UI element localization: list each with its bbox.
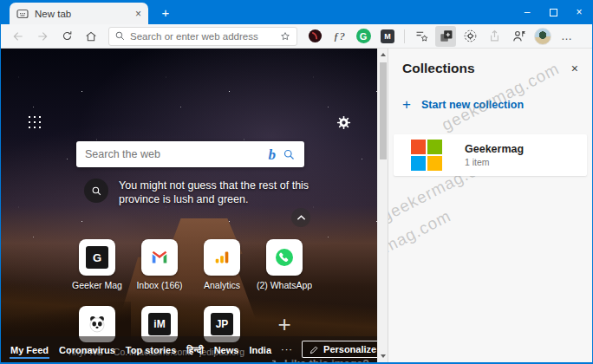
favorite-star-icon[interactable] <box>279 30 291 42</box>
collection-name: Geekermag <box>465 143 524 155</box>
collection-thumbnail-icon <box>411 140 442 171</box>
collection-item-geekermag[interactable]: Geekermag 1 item <box>394 134 587 176</box>
feed-tab-my-feed[interactable]: My Feed <box>10 340 49 359</box>
caption-search-icon[interactable] <box>84 179 108 203</box>
tile-inbox[interactable]: Inbox (166) <box>128 239 191 290</box>
analytics-icon <box>212 248 231 267</box>
minimize-button[interactable]: – <box>514 0 540 24</box>
pencil-icon <box>310 345 319 354</box>
tab-close-icon[interactable]: × <box>135 9 141 19</box>
refresh-button[interactable] <box>56 26 77 47</box>
address-input[interactable] <box>130 31 275 42</box>
search-submit-icon[interactable] <box>283 148 296 161</box>
tab-favicon-icon <box>16 9 29 19</box>
profile-avatar[interactable] <box>532 26 553 47</box>
browser-window: New tab × + – × <box>0 0 593 364</box>
extension-dark-circle-icon[interactable] <box>304 26 325 47</box>
settings-more-button[interactable]: … <box>557 26 577 47</box>
web-search-box[interactable]: b <box>76 141 304 167</box>
maximize-button[interactable] <box>540 0 566 24</box>
search-icon <box>114 30 126 42</box>
bing-logo: b <box>269 147 277 162</box>
watermark: geekermag.com <box>388 206 454 282</box>
tab-title: New tab <box>35 9 129 19</box>
caption-text: You might not guess that the rest of thi… <box>119 179 327 207</box>
app-launcher-icon[interactable] <box>26 114 41 128</box>
tile-analytics[interactable]: Analytics <box>191 239 253 290</box>
avatar-image <box>534 28 551 45</box>
extension-m-icon[interactable]: M <box>377 26 398 47</box>
favorites-bar-icon[interactable] <box>411 26 432 47</box>
feed-tab-india[interactable]: India <box>248 340 272 359</box>
new-tab-page: b You might not guess that the rest of t… <box>1 49 377 362</box>
scrollbar-thumb[interactable] <box>380 62 387 159</box>
gear-dashed-icon[interactable] <box>459 26 480 47</box>
collections-button[interactable] <box>435 26 456 47</box>
gmail-icon <box>150 248 169 267</box>
content-area: b You might not guess that the rest of t… <box>1 49 592 362</box>
page-settings-gear-icon[interactable] <box>336 114 352 131</box>
toolbar-divider <box>404 29 405 43</box>
tile-card <box>141 239 178 276</box>
tab-new-tab[interactable]: New tab × <box>10 3 148 24</box>
tile-whatsapp[interactable]: (2) WhatsApp <box>253 239 316 290</box>
plus-icon: + <box>402 97 411 112</box>
collection-info: Geekermag 1 item <box>465 143 524 167</box>
image-caption: You might not guess that the rest of thi… <box>84 179 327 207</box>
collections-close-icon[interactable]: × <box>571 62 578 75</box>
toolbar: ƒ? G M … <box>1 24 592 49</box>
collapse-caption-button[interactable] <box>291 208 310 227</box>
personalize-button[interactable]: Personalize <box>302 341 377 358</box>
feed-tab-coronavirus[interactable]: Coronavirus <box>58 340 116 359</box>
window-controls: – × <box>514 0 592 24</box>
imacazine-icon: iM <box>148 313 171 335</box>
tile-card: G <box>79 239 115 276</box>
jedipad-icon: JP <box>211 313 233 335</box>
collections-header: Collections × <box>402 61 578 76</box>
feedback-person-icon[interactable] <box>508 26 529 47</box>
page-scrollbar[interactable] <box>377 49 388 362</box>
collection-item-count: 1 item <box>465 157 524 167</box>
home-button[interactable] <box>81 26 101 47</box>
tile-card <box>266 239 303 276</box>
feed-navigation: My Feed Coronavirus Top stories हिन्दी N… <box>1 336 377 362</box>
address-bar[interactable] <box>108 27 297 46</box>
feed-tab-hindi[interactable]: हिन्दी <box>186 340 204 360</box>
scroll-up-icon[interactable] <box>381 53 386 56</box>
collections-title: Collections <box>402 61 475 76</box>
back-button[interactable] <box>8 26 29 47</box>
maximize-icon <box>550 9 557 16</box>
geeker-mag-icon: G <box>86 246 108 269</box>
share-icon[interactable] <box>484 26 505 47</box>
tile-geeker-mag[interactable]: G Geeker Mag <box>66 239 128 290</box>
new-tab-button[interactable]: + <box>157 3 174 21</box>
panda-icon <box>88 315 107 334</box>
collections-panel: geekermag.com geekermag.com geekermag.co… <box>388 49 592 362</box>
feed-tab-top-stories[interactable]: Top stories <box>125 340 177 359</box>
feed-tab-news[interactable]: News <box>213 340 240 359</box>
extension-f-icon[interactable]: ƒ? <box>329 26 349 47</box>
close-button[interactable]: × <box>566 0 592 24</box>
forward-button[interactable] <box>32 26 53 47</box>
start-new-collection-button[interactable]: + Start new collection <box>402 97 578 112</box>
scroll-down-icon[interactable] <box>381 354 386 358</box>
extension-grammarly-icon[interactable]: G <box>353 26 374 47</box>
tile-card <box>204 239 240 276</box>
feed-more-button[interactable]: ··· <box>281 344 293 354</box>
web-search-input[interactable] <box>85 148 262 160</box>
whatsapp-icon <box>274 247 295 268</box>
titlebar: New tab × + – × <box>1 0 592 24</box>
